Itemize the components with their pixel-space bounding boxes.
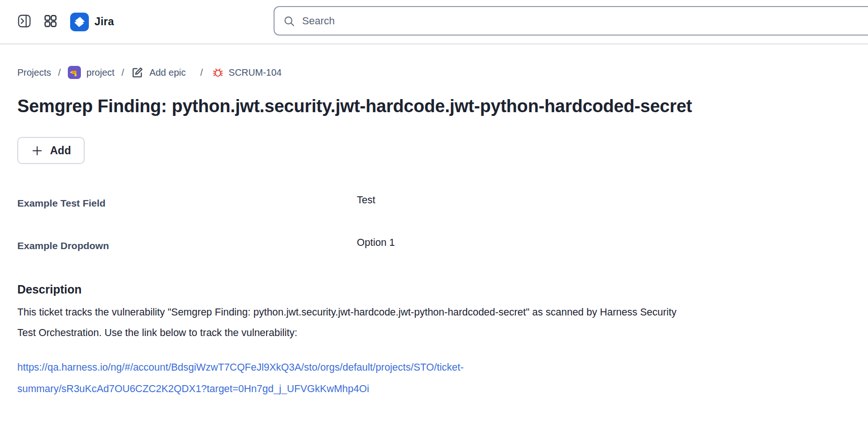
- apps-grid-icon: [43, 14, 58, 29]
- breadcrumb-separator: /: [58, 67, 61, 78]
- add-button[interactable]: Add: [17, 137, 85, 164]
- breadcrumb-projects[interactable]: Projects: [17, 67, 51, 78]
- field-row-example-dropdown: Example Dropdown Option 1: [17, 240, 849, 252]
- breadcrumb-add-epic[interactable]: Add epic: [149, 67, 186, 78]
- add-button-label: Add: [50, 144, 71, 157]
- edit-epic-icon[interactable]: [131, 66, 144, 79]
- search-input[interactable]: [302, 15, 868, 27]
- project-avatar-icon[interactable]: [68, 66, 81, 79]
- field-row-example-test-field: Example Test Field Test: [17, 198, 849, 209]
- issue-view: Projects / project / Add epic /: [0, 66, 868, 400]
- top-navigation-bar: Jira: [0, 0, 868, 44]
- search-bar[interactable]: [274, 6, 868, 36]
- jira-logo-icon[interactable]: [70, 13, 89, 31]
- app-switcher-button[interactable]: [43, 14, 58, 29]
- breadcrumb-project[interactable]: project: [87, 67, 115, 78]
- breadcrumb-issue-key[interactable]: SCRUM-104: [229, 67, 282, 78]
- breadcrumb-separator: /: [122, 67, 124, 78]
- vulnerability-link[interactable]: https://qa.harness.io/ng/#/account/Bdsgi…: [17, 357, 602, 400]
- custom-fields: Example Test Field Test Example Dropdown…: [17, 198, 849, 252]
- bug-type-icon: [212, 66, 224, 79]
- nav-left-group: Jira: [0, 13, 114, 31]
- field-label: Example Dropdown: [17, 240, 357, 252]
- search-icon: [283, 15, 295, 27]
- description-heading: Description: [17, 283, 849, 296]
- sidebar-toggle-button[interactable]: [17, 14, 31, 29]
- breadcrumb: Projects / project / Add epic /: [17, 66, 849, 79]
- sidebar-expand-icon: [17, 14, 31, 29]
- description-text[interactable]: This ticket tracks the vulnerability "Se…: [17, 302, 686, 343]
- field-value[interactable]: Test: [357, 194, 849, 206]
- field-value[interactable]: Option 1: [357, 237, 849, 249]
- plus-icon: [31, 144, 43, 157]
- app-title: Jira: [94, 15, 114, 28]
- field-label: Example Test Field: [17, 198, 357, 209]
- issue-title[interactable]: Semgrep Finding: python.jwt.security.jwt…: [17, 93, 705, 119]
- breadcrumb-separator: /: [200, 67, 203, 78]
